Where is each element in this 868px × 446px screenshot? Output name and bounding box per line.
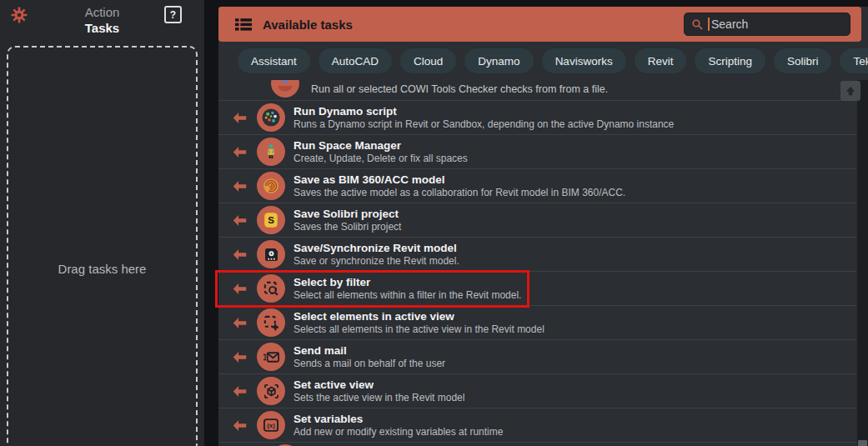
task-description: Sets the active view in the Revit model xyxy=(294,392,464,404)
task-text: Send mailSends a mail on behalf of the u… xyxy=(294,344,445,370)
scrollbar-track[interactable] xyxy=(857,80,868,446)
arrow-up-icon xyxy=(845,85,856,97)
action-tasks-sidebar: Action Tasks ? Drag tasks here xyxy=(0,0,204,446)
add-task-arrow-icon[interactable] xyxy=(232,248,248,262)
category-pill-navisworks[interactable]: Navisworks xyxy=(542,48,626,73)
task-dropzone[interactable]: Drag tasks here xyxy=(7,46,198,446)
category-pill-solibri[interactable]: Solibri xyxy=(774,48,832,73)
task-title: Save Solibri project xyxy=(294,208,401,221)
task-description: Runs a Dynamo script in Revit or Sandbox… xyxy=(294,118,674,131)
task-description: Select all elements within a filter in t… xyxy=(294,289,521,302)
task-text: Run Dynamo scriptRuns a Dynamo script in… xyxy=(294,105,674,131)
category-pill-autocad[interactable]: AutoCAD xyxy=(319,48,392,73)
task-title: Send mail xyxy=(294,344,445,358)
task-text: Save/Synchronize Revit modelSave or sync… xyxy=(294,242,459,268)
list-icon xyxy=(235,18,252,32)
add-task-arrow-icon[interactable] xyxy=(232,418,248,433)
add-task-arrow-icon[interactable] xyxy=(232,384,248,398)
add-task-arrow-icon[interactable] xyxy=(232,282,248,296)
task-title: Select by filter xyxy=(294,276,521,289)
task-row[interactable]: Save/Synchronize Revit modelSave or sync… xyxy=(218,237,856,271)
variables-icon: (x) xyxy=(257,411,285,439)
task-text: Set variablesAdd new or modify existing … xyxy=(294,413,503,438)
add-task-arrow-icon[interactable] xyxy=(232,179,248,193)
task-title: Set active view xyxy=(294,378,464,392)
dropzone-label: Drag tasks here xyxy=(58,262,147,276)
help-button[interactable]: ? xyxy=(164,6,182,23)
panel-header: Available tasks xyxy=(218,7,861,42)
task-row[interactable]: Send mailSends a mail on behalf of the u… xyxy=(218,339,856,373)
category-pill-assistant[interactable]: Assistant xyxy=(238,48,310,73)
task-row-clipped xyxy=(218,442,856,446)
task-row[interactable]: SSave Solibri projectSaves the Solibri p… xyxy=(218,203,856,237)
space-manager-icon xyxy=(257,138,285,166)
svg-text:S: S xyxy=(268,215,274,225)
task-list: Run all or selected COWI Tools Checker c… xyxy=(218,80,856,446)
task-row[interactable]: Set active viewSets the active view in t… xyxy=(218,373,856,408)
task-title: Set variables xyxy=(294,413,503,426)
task-title: Run Space Manager xyxy=(294,139,468,153)
task-row[interactable]: (x)Set variablesAdd new or modify existi… xyxy=(218,408,856,442)
task-description: Add new or modify existing variables at … xyxy=(294,426,503,438)
task-text: Select elements in active viewSelects al… xyxy=(294,310,544,336)
panel-title: Available tasks xyxy=(263,18,353,32)
select-elements-icon xyxy=(257,308,285,337)
bim360-icon xyxy=(257,172,285,200)
mail-icon xyxy=(257,343,285,371)
task-row[interactable]: Select elements in active viewSelects al… xyxy=(218,305,856,339)
task-description: Sends a mail on behalf of the user xyxy=(294,358,445,370)
scroll-to-top-button[interactable] xyxy=(840,81,860,101)
checker-icon xyxy=(271,80,299,98)
task-description: Create, Update, Delete or fix all spaces xyxy=(294,153,468,165)
task-description: Saves the active model as a collaboratio… xyxy=(294,187,625,199)
floppy-icon xyxy=(257,240,285,268)
task-description: Saves the Solibri project xyxy=(294,221,401,233)
task-title: Save/Synchronize Revit model xyxy=(294,242,459,255)
task-text: Save as BIM 360/ACC modelSaves the activ… xyxy=(294,173,625,199)
category-pill-dynamo[interactable]: Dynamo xyxy=(464,48,533,73)
task-description: Selects all elements in the active view … xyxy=(294,323,544,336)
task-row[interactable]: Select by filterSelect all elements with… xyxy=(218,271,856,305)
dynamo-icon xyxy=(257,103,285,132)
task-title: Select elements in active view xyxy=(294,310,544,323)
task-text: Save Solibri projectSaves the Solibri pr… xyxy=(294,208,401,233)
add-task-arrow-icon[interactable] xyxy=(232,111,248,125)
category-pill-revit[interactable]: Revit xyxy=(635,48,687,73)
add-task-arrow-icon[interactable] xyxy=(232,213,248,228)
active-view-icon xyxy=(257,377,285,405)
add-task-arrow-icon[interactable] xyxy=(232,350,248,364)
task-row[interactable]: Save as BIM 360/ACC modelSaves the activ… xyxy=(218,168,856,203)
task-row-partial[interactable]: Run all or selected COWI Tools Checker c… xyxy=(218,80,856,100)
task-title: Run Dynamo script xyxy=(294,105,674,118)
category-filter-bar: AssistantAutoCADCloudDynamoNavisworksRev… xyxy=(218,42,851,80)
task-row[interactable]: Run Space ManagerCreate, Update, Delete … xyxy=(218,134,856,168)
search-input[interactable] xyxy=(710,18,840,31)
task-text: Run Space ManagerCreate, Update, Delete … xyxy=(294,139,468,165)
app-window: Action Tasks ? Drag tasks here Available… xyxy=(0,0,868,446)
search-box[interactable] xyxy=(684,13,850,36)
task-description: Run all or selected COWI Tools Checker c… xyxy=(311,83,608,95)
available-tasks-panel: Available tasks AssistantAutoCADCloudDyn… xyxy=(218,7,868,446)
task-text: Select by filterSelect all elements with… xyxy=(294,276,521,302)
add-task-arrow-icon[interactable] xyxy=(232,316,248,330)
svg-text:(x): (x) xyxy=(267,422,275,429)
select-filter-icon xyxy=(257,274,285,303)
task-text: Set active viewSets the active view in t… xyxy=(294,378,464,404)
category-pill-tekla[interactable]: Tekla xyxy=(840,48,868,73)
category-pill-scripting[interactable]: Scripting xyxy=(695,48,765,73)
task-row[interactable]: Run Dynamo scriptRuns a Dynamo script in… xyxy=(218,100,856,134)
task-title: Save as BIM 360/ACC model xyxy=(294,173,625,187)
category-pill-cloud[interactable]: Cloud xyxy=(400,48,456,73)
add-task-arrow-icon[interactable] xyxy=(232,145,248,159)
scrollbar-thumb[interactable] xyxy=(858,440,867,446)
solibri-icon: S xyxy=(257,206,285,234)
search-icon xyxy=(691,18,704,31)
help-question-icon: ? xyxy=(170,9,176,21)
task-description: Save or synchronize the Revit model. xyxy=(294,255,459,268)
